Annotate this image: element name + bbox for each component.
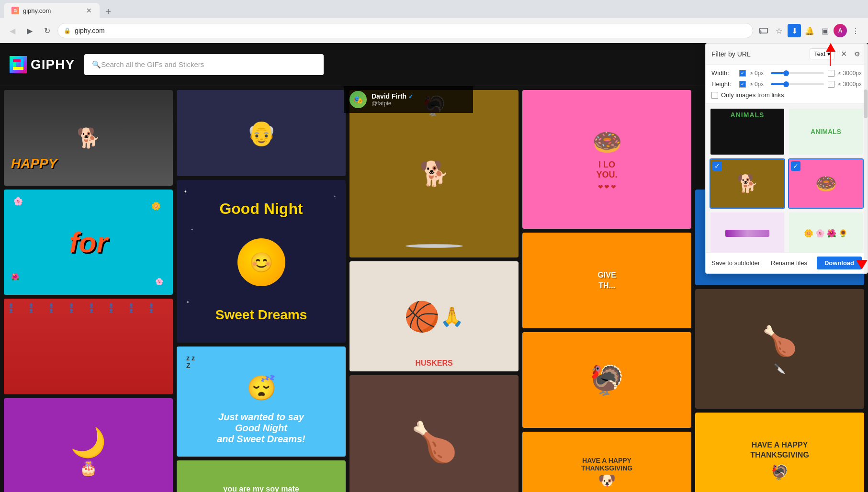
back-button[interactable]: ◀: [6, 24, 19, 37]
panel-header: Filter by URL Text ▾ ✕ ⚙: [706, 44, 868, 65]
panel-image-5[interactable]: [710, 212, 785, 252]
height-range-slider[interactable]: [771, 83, 824, 85]
snoopy-animation: HAVE A HAPPYTHANKSGIVING 🐶: [522, 432, 691, 492]
width-max-check[interactable]: [828, 70, 834, 77]
type-dropdown-label: Text: [814, 50, 825, 57]
huskers-text: HUSKERS: [349, 359, 519, 368]
new-tab-btn[interactable]: +: [101, 5, 115, 18]
list-item[interactable]: Good Night 😊 Sweet Dreams ✦ ✦ ✦ ✦: [177, 180, 346, 343]
width-min-label: ≥ 0px: [750, 70, 767, 77]
turkey-animation: 🍗: [349, 375, 519, 492]
height-label: Height:: [711, 80, 735, 88]
width-check[interactable]: ✓: [739, 70, 746, 77]
list-item[interactable]: z zZ 😴 Just wanted to sayGood Nightand S…: [177, 347, 346, 457]
only-links-row: Only images from links: [711, 91, 862, 99]
user-info: David Firth ✓ @fatpie: [372, 92, 413, 107]
panel-image-6[interactable]: 🌼🌸🌺🌻: [788, 212, 864, 252]
cast-icon[interactable]: [757, 24, 770, 37]
list-item[interactable]: HAVE A HAPPYTHANKSGIVING 🦃: [695, 413, 864, 492]
list-item[interactable]: 🦃: [522, 332, 691, 428]
svg-rect-4: [13, 67, 23, 70]
address-bar[interactable]: 🔒 giphy.com: [57, 23, 753, 38]
search-placeholder: Search all the GIFs and Stickers: [101, 60, 204, 68]
only-links-check[interactable]: [711, 92, 718, 99]
list-item[interactable]: 🌙 🎂: [4, 398, 173, 492]
height-max-label: ≤ 3000px: [838, 81, 862, 88]
panel-image-2[interactable]: ANIMALS: [788, 108, 864, 156]
height-range-thumb[interactable]: [783, 81, 789, 87]
panel-footer: Save to subfolder Rename files Download: [706, 252, 868, 273]
list-item[interactable]: 🐕 HAPPY: [4, 90, 173, 186]
search-bar[interactable]: 🔍 Search all the GIFs and Stickers: [84, 54, 324, 75]
for-text: for: [69, 226, 108, 259]
panel-image-4[interactable]: 🍩 ✓: [788, 158, 864, 209]
cat-emoji: 😴: [247, 374, 276, 402]
birthday-cake: 🌙 🎂: [4, 398, 173, 492]
filter-label: Filter by URL: [711, 50, 806, 58]
giphy-logo[interactable]: GIPHY: [10, 56, 75, 73]
width-range-slider[interactable]: [771, 72, 824, 74]
list-item[interactable]: 🍗 🔪: [695, 289, 864, 409]
panel-images-grid: ANIMALS ANIMALS 🐕 ✓ 🍩 ✓: [710, 108, 864, 252]
list-item[interactable]: 🌸 🌼 🌺 🌸 for: [4, 190, 173, 295]
height-check[interactable]: ✓: [739, 81, 746, 88]
panel-check-4[interactable]: ✓: [791, 161, 800, 171]
browser-toolbar: ◀ ▶ ↻ 🔒 giphy.com ☆ ⬇ 🔔 ▣ A ⋮: [0, 18, 868, 43]
user-name: David Firth ✓: [372, 92, 413, 100]
scrollbar-thumb[interactable]: [864, 104, 868, 118]
height-max-check[interactable]: [828, 81, 834, 88]
panel-images-scroll[interactable]: ANIMALS ANIMALS 🐕 ✓ 🍩 ✓: [706, 104, 868, 252]
list-item[interactable]: 🍗: [349, 375, 519, 492]
panel-close-button[interactable]: ✕: [839, 49, 848, 59]
tab-title: giphy.com: [23, 7, 51, 14]
panel-image-1[interactable]: ANIMALS: [710, 108, 785, 156]
active-tab[interactable]: G giphy.com ✕: [4, 3, 100, 18]
dog-hat-animation: 🐕 🦃: [349, 90, 519, 257]
list-item[interactable]: you are my soy mate: [177, 460, 346, 492]
browser-bell-icon[interactable]: 🔔: [803, 24, 816, 37]
download-button[interactable]: Download: [817, 257, 862, 269]
forward-button[interactable]: ▶: [23, 24, 36, 37]
save-subfolder-button[interactable]: Save to subfolder: [711, 259, 761, 267]
gif-column-1: 🐕 HAPPY 🌸 🌼 🌺 🌸 for 👤👤👤👤👤👤👤👤: [4, 90, 173, 488]
toolbar-icons: ☆ ⬇ 🔔 ▣ A ⋮: [757, 24, 862, 37]
panel-settings-button[interactable]: ⚙: [852, 49, 862, 59]
extension-panel: Filter by URL Text ▾ ✕ ⚙ Width: ✓ ≥ 0px …: [705, 43, 868, 274]
reload-button[interactable]: ↻: [40, 24, 54, 37]
star-2: ✦: [334, 194, 336, 198]
list-item[interactable]: 🍩 I LOYOU. ❤ ❤ ❤: [522, 90, 691, 229]
bookmark-icon[interactable]: ☆: [772, 24, 786, 37]
star-1: ✦: [184, 190, 187, 194]
menu-icon[interactable]: ⋮: [849, 24, 862, 37]
rename-files-button[interactable]: Rename files: [765, 259, 813, 267]
panel-filters: Width: ✓ ≥ 0px ≤ 3000px Height: ✓ ≥ 0px: [706, 65, 868, 104]
panel-image-3[interactable]: 🐕 ✓: [710, 158, 785, 209]
browser-chrome: G giphy.com ✕ + ◀ ▶ ↻ 🔒 giphy.com ☆ ⬇ 🔔 …: [0, 0, 868, 43]
list-item[interactable]: GIVETH...: [522, 233, 691, 328]
list-item[interactable]: 👤👤👤👤👤👤👤👤 👤👤👤👤👤👤👤👤: [4, 299, 173, 394]
lock-icon: 🔒: [64, 27, 71, 34]
width-max-label: ≤ 3000px: [838, 70, 862, 77]
page-content: GIPHY 🔍 Search all the GIFs and Stickers…: [0, 43, 868, 492]
logo-text: GIPHY: [31, 57, 75, 72]
list-item[interactable]: 🐕 🦃: [349, 90, 519, 257]
width-range-thumb[interactable]: [783, 70, 789, 76]
good-night-cursive: Just wanted to sayGood Nightand Sweet Dr…: [212, 407, 310, 449]
list-item[interactable]: HAVE A HAPPYTHANKSGIVING 🐶: [522, 432, 691, 492]
profile-button[interactable]: A: [834, 24, 847, 37]
basketball-player-animation: 🏀 🙏: [349, 261, 519, 371]
crowd-bg: 👤👤👤👤👤👤👤👤 👤👤👤👤👤👤👤👤: [4, 299, 173, 394]
tab-close[interactable]: ✕: [86, 7, 92, 14]
tab-favicon: G: [11, 7, 19, 14]
height-filter-row: Height: ✓ ≥ 0px ≤ 3000px: [711, 80, 862, 88]
extension-icon[interactable]: ⬇: [788, 24, 801, 37]
panel-scrollbar[interactable]: [864, 104, 868, 252]
list-item[interactable]: 👴: [177, 90, 346, 176]
gif-column-4: 🍩 I LOYOU. ❤ ❤ ❤ GIVETH... 🦃 HAVE A HAPP…: [522, 90, 691, 488]
love-animation: 🍩 I LOYOU. ❤ ❤ ❤: [522, 90, 691, 229]
list-item[interactable]: 🏀 🙏 HUSKERS: [349, 261, 519, 371]
good-night-animation: Good Night 😊 Sweet Dreams: [177, 180, 346, 343]
sidebar-icon[interactable]: ▣: [818, 24, 832, 37]
panel-check-3[interactable]: ✓: [712, 161, 722, 171]
search-icon: 🔍: [92, 60, 101, 69]
